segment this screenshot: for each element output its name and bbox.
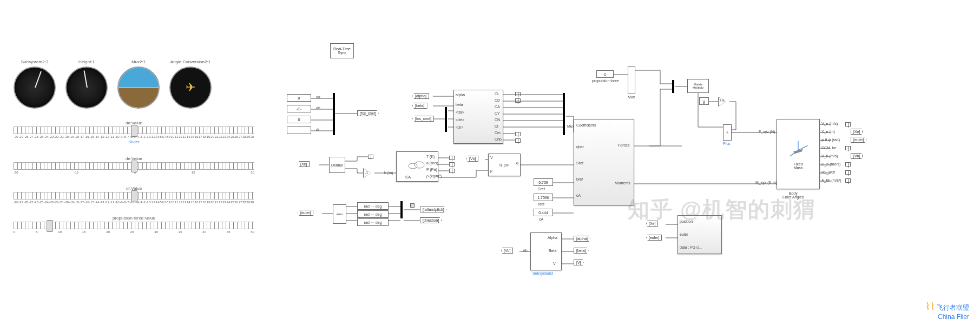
const-3[interactable]: 0 (287, 116, 311, 123)
terminator[interactable] (845, 162, 851, 167)
const-da[interactable]: 0 (287, 94, 311, 102)
demux-euler[interactable]: emu (333, 204, 346, 224)
slider-thumb[interactable] (47, 220, 53, 232)
rad2deg-1[interactable]: rad → deg (357, 202, 389, 210)
terminator[interactable] (515, 138, 521, 143)
port-label: Coefficients (576, 123, 596, 127)
simulink-diagram[interactable]: Real-Time Sync 0 da -C- de 0 dr [fcs_cmd… (271, 43, 974, 324)
mux-bar[interactable] (400, 201, 403, 218)
terminator[interactable] (845, 170, 851, 175)
goto-euler[interactable]: [euler] (851, 137, 866, 143)
mux-bar[interactable] (333, 93, 335, 135)
slider-track[interactable] (14, 127, 254, 134)
demux-bar[interactable] (445, 107, 447, 132)
from-euler-viz[interactable]: [euler] (646, 235, 662, 241)
terminator[interactable] (845, 146, 851, 150)
scope-port[interactable] (410, 203, 415, 208)
goto-v[interactable]: [V] (574, 260, 584, 265)
gauge-label: Height:1 (65, 59, 108, 64)
terminator[interactable] (449, 169, 455, 173)
gauge-hdg-col: Angle Conversion2:1 ✈ (169, 59, 212, 109)
const-sref[interactable]: 0.709 (534, 178, 553, 186)
slider-track[interactable] (14, 192, 254, 199)
goto-vb[interactable]: [Vb] (851, 153, 863, 159)
port-label: X_e (m) (821, 130, 835, 134)
from-alpha[interactable]: [alpha] (412, 93, 429, 99)
const-prop[interactable]: -C- (596, 70, 614, 78)
slider-thumb[interactable] (131, 125, 137, 137)
demux-block[interactable]: Demux (329, 157, 345, 173)
port-label: V (553, 262, 556, 265)
terminator[interactable] (845, 122, 851, 127)
attitude-gauge[interactable] (117, 66, 160, 109)
sixdof-title: Fixed Mass (793, 162, 803, 170)
goto-beta[interactable]: [beta] (574, 248, 589, 254)
plus-label: Plus (723, 142, 731, 145)
from-vb2[interactable]: [Vb] (501, 248, 513, 254)
slider-link[interactable]: Slider (14, 139, 254, 144)
rad2deg-2[interactable]: rad → deg (357, 210, 389, 218)
aircraft-axes-icon (786, 138, 810, 162)
rad2deg-3[interactable]: rad → deg (357, 218, 389, 226)
slider-thumb[interactable] (131, 161, 137, 172)
matmul-block[interactable]: Matrix Multiply (687, 79, 709, 93)
wing-icon: ⌇⌇ (925, 301, 935, 312)
goto-fcs[interactable]: [fcs_cmd] (357, 110, 379, 116)
logo-en: China Flier (938, 313, 969, 321)
slider-track[interactable] (14, 162, 254, 170)
goto-xe[interactable]: [Xe] (851, 129, 863, 135)
realtime-sync-block[interactable]: Real-Time Sync (330, 43, 354, 58)
from-fcs[interactable]: [fcs_cmd] (412, 116, 434, 122)
heading-gauge[interactable]: ✈ (169, 66, 212, 109)
aero-coeff-block[interactable] (453, 90, 503, 144)
subsystem2-title: Subsystem2 (532, 271, 554, 275)
slider-track[interactable] (14, 222, 254, 229)
altimeter-gauge[interactable] (65, 66, 108, 109)
port-label: position (680, 219, 693, 223)
from-xe-viz[interactable]: [Xe] (646, 221, 658, 227)
sum-block[interactable]: + (723, 124, 732, 141)
from-beta[interactable]: [beta] (412, 103, 427, 109)
terminator[interactable] (368, 155, 373, 159)
terminator[interactable] (515, 98, 521, 103)
slider-thumb[interactable] (131, 190, 137, 202)
from-xe[interactable]: [Xe] (298, 161, 310, 167)
mux-block[interactable] (628, 66, 635, 94)
goto-rollpitch[interactable]: [rollandpitch] (420, 207, 447, 212)
terminator[interactable] (515, 92, 521, 96)
const-bref[interactable]: 1.7096 (534, 194, 553, 201)
dynpress-block[interactable]: ½ ρV² (488, 154, 521, 176)
port-label: dr (316, 128, 319, 131)
port-label: cA (576, 194, 581, 197)
terminator[interactable] (515, 132, 521, 136)
port-label: ρ (490, 169, 492, 172)
port-label: CY (495, 111, 500, 115)
port-label: q (516, 161, 518, 165)
port-label: <da> (456, 110, 464, 114)
port-label: qbar (576, 145, 584, 149)
sixdof-block[interactable]: Fixed Mass (777, 119, 820, 189)
mux-bar[interactable] (563, 93, 565, 135)
mux-bar[interactable] (672, 80, 674, 93)
port-label: de (316, 106, 320, 110)
from-vb[interactable]: [Vb] (466, 156, 478, 162)
port-label: Moments (615, 181, 630, 185)
svg-point-57 (415, 162, 424, 168)
terminator[interactable] (449, 162, 455, 167)
airspeed-gauge[interactable] (14, 66, 56, 109)
port-label: bref (576, 177, 583, 181)
terminator[interactable] (845, 178, 851, 183)
const-ca[interactable]: 0.444 (534, 209, 553, 216)
gauge-label: Mux2:1 (117, 59, 160, 64)
goto-alpha[interactable]: [alpha] (574, 236, 590, 242)
goto-direction[interactable]: [direction] (420, 217, 442, 223)
port-label: data : FG d... (680, 245, 702, 249)
gauge-alt-col: Height:1 (65, 59, 108, 109)
from-euler[interactable]: [euler] (298, 210, 313, 216)
slider-dr: dr:Value -30-29-28-27-26-25-24-23-22-21-… (14, 186, 254, 204)
port-label: DCM_be (821, 146, 837, 150)
const-dr[interactable] (287, 127, 311, 134)
terminator[interactable] (449, 156, 455, 160)
const-de[interactable]: -C- (287, 105, 311, 112)
const-g[interactable]: g (699, 97, 709, 105)
